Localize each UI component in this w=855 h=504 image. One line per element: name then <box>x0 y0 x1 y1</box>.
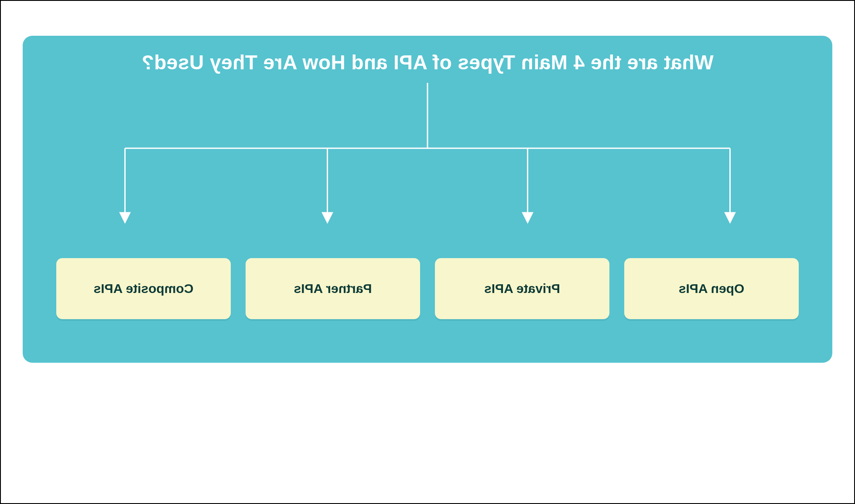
api-type-label: Open APIs <box>679 281 745 296</box>
connector-lines <box>23 83 832 231</box>
svg-marker-5 <box>523 213 533 222</box>
api-type-label: Partner APIs <box>294 281 372 296</box>
api-type-box-partner: Partner APIs <box>246 258 420 319</box>
svg-marker-7 <box>323 213 332 222</box>
diagram-title: What are the 4 Main Types of API and How… <box>23 51 832 74</box>
api-type-label: Composite APIs <box>94 281 194 296</box>
api-type-box-open: Open APIs <box>624 258 799 319</box>
page-frame: What are the 4 Main Types of API and How… <box>0 0 855 504</box>
api-type-box-composite: Composite APIs <box>56 258 231 319</box>
diagram-panel: What are the 4 Main Types of API and How… <box>23 36 832 363</box>
api-type-box-private: Private APIs <box>435 258 609 319</box>
svg-marker-9 <box>120 213 130 222</box>
api-type-boxes: Open APIs Private APIs Partner APIs Comp… <box>23 258 832 319</box>
svg-marker-3 <box>725 213 735 222</box>
api-type-label: Private APIs <box>484 281 560 296</box>
